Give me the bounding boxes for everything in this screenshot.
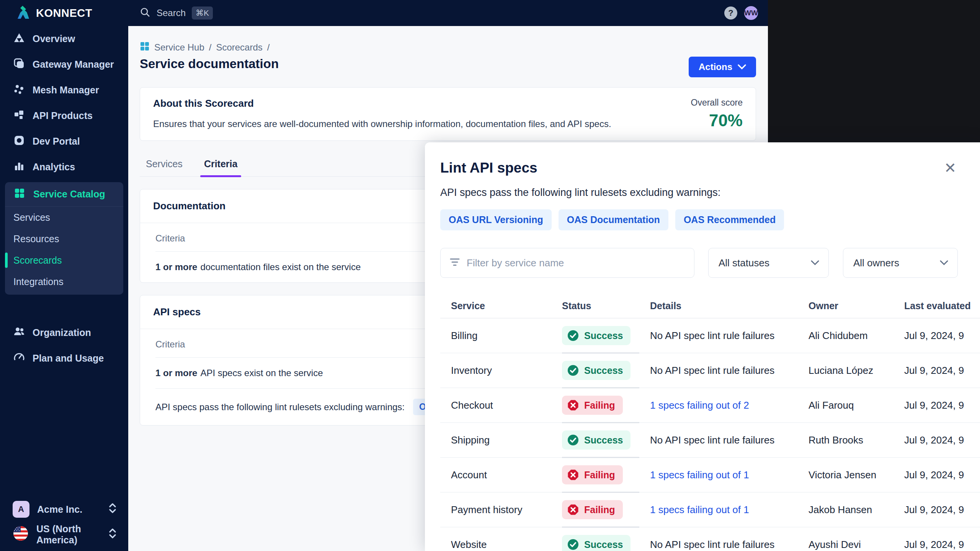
service-catalog-icon <box>13 187 26 202</box>
user-avatar[interactable]: WW <box>744 6 758 20</box>
actions-button[interactable]: Actions <box>689 57 756 77</box>
details-link[interactable]: 1 specs failing out of 1 <box>650 504 808 516</box>
tab-services[interactable]: Services <box>146 158 183 176</box>
details-text: No API spec lint rule failures <box>650 434 808 446</box>
status-cell: Success <box>562 527 650 551</box>
about-description: Ensures that your services are well-docu… <box>153 119 611 129</box>
breadcrumb-service-hub[interactable]: Service Hub <box>154 42 204 53</box>
sidebar-item-label: Plan and Usage <box>33 353 104 364</box>
owner-name: Ali Farouq <box>808 399 904 411</box>
criteria-count: 1 or more <box>155 262 197 272</box>
global-search[interactable]: Search ⌘K <box>140 7 213 20</box>
sidebar-item-plan-and-usage[interactable]: Plan and Usage <box>0 346 128 371</box>
status-badge: Failing <box>562 465 623 484</box>
column-header-status: Status <box>562 300 650 311</box>
owner-filter-select[interactable]: All owners <box>843 248 958 278</box>
table-body: BillingSuccessNo API spec lint rule fail… <box>440 318 980 551</box>
last-evaluated: Jul 9, 2024, 9 <box>904 504 980 516</box>
service-name: Checkout <box>451 399 562 411</box>
topbar: KONNECT Search ⌘K ? WW <box>0 0 768 26</box>
status-filter-select[interactable]: All statuses <box>708 248 829 278</box>
sidebar-item-label: Organization <box>33 327 91 338</box>
sidebar-item-scorecards[interactable]: Scorecards <box>5 249 123 271</box>
status-label: Success <box>584 330 623 341</box>
tab-criteria[interactable]: Criteria <box>204 158 238 176</box>
org-name: Acme Inc. <box>37 504 82 515</box>
region-switcher[interactable]: US (North America) <box>0 522 128 547</box>
status-label: Success <box>584 365 623 376</box>
sidebar-item-label: Gateway Manager <box>33 59 114 70</box>
ruleset-chip[interactable]: OAS Recommended <box>675 209 784 230</box>
status-cell: Success <box>562 423 650 457</box>
table-row: InventorySuccessNo API spec lint rule fa… <box>440 353 980 388</box>
status-badge: Success <box>562 326 630 345</box>
sidebar-item-label: Dev Portal <box>33 136 80 147</box>
sidebar-item-mesh-manager[interactable]: Mesh Manager <box>0 77 128 103</box>
last-evaluated: Jul 9, 2024, 9 <box>904 434 980 446</box>
sidebar-item-integrations[interactable]: Integrations <box>5 271 123 292</box>
gauge-icon <box>13 352 25 365</box>
owner-name: Victoria Jensen <box>808 469 904 481</box>
owner-name: Jakob Hansen <box>808 504 904 516</box>
table-row: BillingSuccessNo API spec lint rule fail… <box>440 318 980 353</box>
unfold-icon <box>108 528 118 541</box>
sidebar-item-label: Analytics <box>33 161 75 173</box>
last-evaluated: Jul 9, 2024, 9 <box>904 330 980 342</box>
sidebar-item-services[interactable]: Services <box>5 207 123 228</box>
sidebar-item-overview[interactable]: Overview <box>0 26 128 52</box>
help-button[interactable]: ? <box>724 7 737 20</box>
dev-portal-icon <box>13 135 25 148</box>
table-header-row: Service Status Details Owner Last evalua… <box>440 294 980 318</box>
details-link[interactable]: 1 specs failing out of 2 <box>650 399 808 411</box>
kong-logo-icon <box>15 4 31 22</box>
sidebar-item-resources[interactable]: Resources <box>5 228 123 249</box>
owner-name: Luciana López <box>808 365 904 377</box>
sidebar-item-api-products[interactable]: API Products <box>0 103 128 129</box>
table-row: Payment historyFailing1 specs failing ou… <box>440 492 980 527</box>
details-text: No API spec lint rule failures <box>650 365 808 377</box>
api-products-icon <box>13 109 25 123</box>
sidebar-item-organization[interactable]: Organization <box>0 320 128 346</box>
sidebar-item-dev-portal[interactable]: Dev Portal <box>0 129 128 154</box>
last-evaluated: Jul 9, 2024, 9 <box>904 539 980 551</box>
service-name: Shipping <box>451 434 562 446</box>
column-header-service: Service <box>451 300 562 311</box>
check-circle-icon <box>567 434 579 446</box>
sidebar-subitem-label: Integrations <box>13 276 64 287</box>
status-badge: Success <box>562 430 630 450</box>
ruleset-chip[interactable]: OAS Documentation <box>559 209 668 230</box>
service-filter-input[interactable] <box>467 257 685 269</box>
status-badge: Success <box>562 535 630 551</box>
table-row: AccountFailing1 specs failing out of 1Vi… <box>440 458 980 492</box>
details-link[interactable]: 1 specs failing out of 1 <box>650 469 808 481</box>
sidebar-item-analytics[interactable]: Analytics <box>0 154 128 180</box>
criteria-count: 1 or more <box>155 368 197 378</box>
status-label: Success <box>584 539 623 550</box>
close-icon[interactable]: ✕ <box>942 160 959 176</box>
sidebar-item-gateway-manager[interactable]: Gateway Manager <box>0 52 128 77</box>
org-switcher[interactable]: A Acme Inc. <box>0 497 128 522</box>
column-header-details: Details <box>650 300 808 311</box>
status-badge: Failing <box>562 396 623 415</box>
service-name-filter[interactable] <box>440 248 694 278</box>
status-cell: Failing <box>562 492 650 527</box>
check-circle-icon <box>567 330 579 341</box>
sidebar-group-service-catalog: Service Catalog Services Resources Score… <box>5 182 123 295</box>
status-filter-value: All statuses <box>719 257 769 269</box>
sidebar-item-service-catalog[interactable]: Service Catalog <box>5 182 123 207</box>
unfold-icon <box>108 502 118 516</box>
brand[interactable]: KONNECT <box>0 4 128 22</box>
status-badge: Success <box>562 361 630 380</box>
overview-icon <box>13 32 25 46</box>
service-name: Billing <box>451 330 562 342</box>
analytics-icon <box>13 160 25 174</box>
page-title: Service documentation <box>140 57 279 71</box>
table-row: CheckoutFailing1 specs failing out of 2A… <box>440 388 980 423</box>
sidebar-item-label: Overview <box>33 33 75 44</box>
panel-subtitle: API specs pass the following lint rulese… <box>440 187 980 199</box>
search-shortcut: ⌘K <box>192 7 213 20</box>
ruleset-chip[interactable]: OAS URL Versioning <box>440 209 552 230</box>
breadcrumb-scorecards[interactable]: Scorecards <box>216 42 262 53</box>
topbar-actions: ? WW <box>724 6 768 20</box>
status-cell: Failing <box>562 458 650 492</box>
